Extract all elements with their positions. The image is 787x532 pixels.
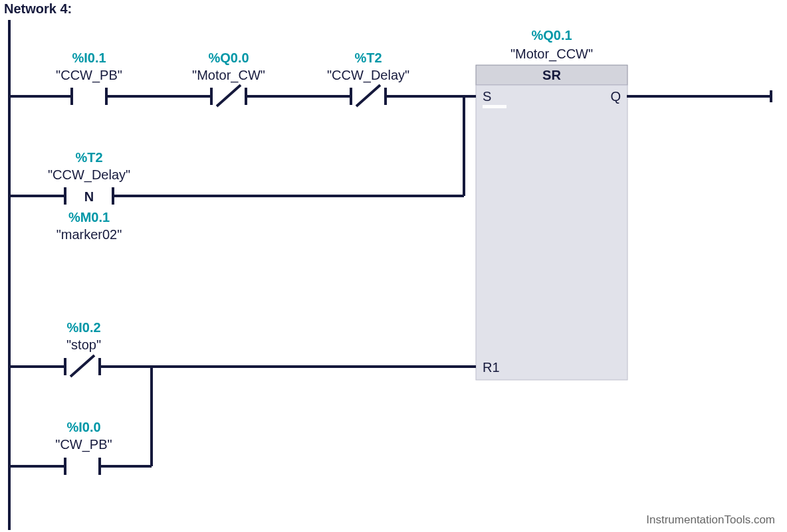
- ccw-delay-n-symbol: "CCW_Delay": [48, 167, 130, 183]
- svg-line-4: [217, 85, 241, 106]
- cw-pb-symbol: "CW_PB": [55, 437, 112, 452]
- cw-pb-address: %I0.0: [66, 420, 100, 434]
- motor-cw-symbol: "Motor_CW": [192, 68, 265, 83]
- sr-accent: [483, 105, 506, 108]
- motor-cw-address: %Q0.0: [208, 50, 249, 65]
- sr-block-symbol: "Motor_CCW": [510, 46, 593, 62]
- sr-block-address: %Q0.1: [531, 28, 572, 43]
- sr-q-label: Q: [610, 89, 621, 104]
- n-edge-text: N: [84, 189, 94, 204]
- stop-address: %I0.2: [66, 320, 100, 335]
- svg-line-7: [356, 85, 380, 106]
- ccw-delay-address: %T2: [354, 50, 382, 65]
- ladder-diagram: .rail { stroke:#15193c; stroke-width:4; …: [0, 0, 787, 532]
- contact-motor-cw: %Q0.0 "Motor_CW": [192, 50, 265, 106]
- ccw-pb-address: %I0.1: [72, 50, 106, 65]
- sr-r1-label: R1: [483, 360, 500, 375]
- stop-symbol: "stop": [66, 337, 101, 352]
- svg-line-12: [70, 355, 94, 377]
- marker02-address: %M0.1: [68, 210, 110, 224]
- ccw-delay-n-address: %T2: [75, 150, 102, 165]
- contact-ccw-delay: %T2 "CCW_Delay": [327, 50, 409, 106]
- sr-s-label: S: [483, 89, 491, 104]
- ccw-pb-symbol: "CCW_PB": [56, 68, 122, 83]
- sr-block: %Q0.1 "Motor_CCW" SR S Q R1: [476, 28, 627, 380]
- sr-type-label: SR: [542, 68, 561, 82]
- marker02-symbol: "marker02": [56, 227, 122, 242]
- ccw-delay-symbol: "CCW_Delay": [327, 68, 409, 83]
- sr-body: [476, 85, 627, 380]
- contact-stop: %I0.2 "stop": [65, 320, 101, 377]
- watermark: InstrumentationTools.com: [646, 513, 775, 527]
